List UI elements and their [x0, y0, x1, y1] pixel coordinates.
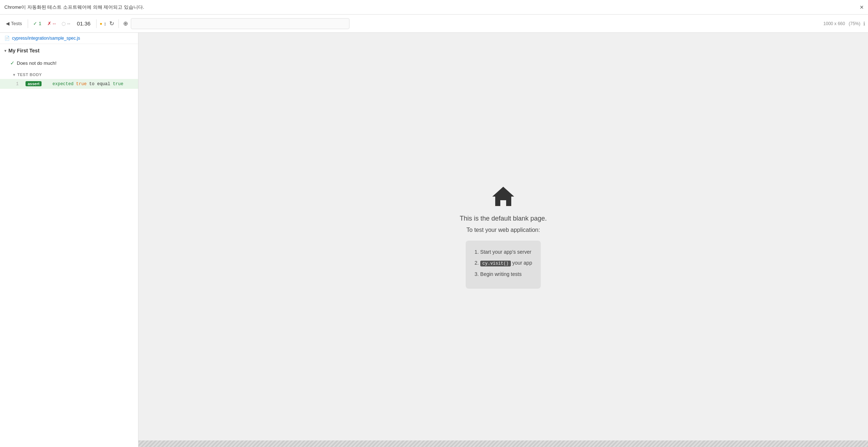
suite-name: My First Test [8, 48, 39, 54]
close-button[interactable]: × [860, 4, 864, 11]
back-label: Tests [11, 21, 22, 26]
timer-display: 01.36 [74, 19, 94, 28]
test-body-section: TEST BODY 1 assert expected true to equa… [0, 69, 138, 90]
test-body-header[interactable]: TEST BODY [0, 70, 138, 79]
cmd-true2: true [113, 82, 124, 87]
home-icon [490, 185, 516, 210]
automation-message: Chrome이 자동화된 테스트 소프트웨어에 의해 제어되고 있습니다. [4, 4, 144, 11]
command-row[interactable]: 1 assert expected true to equal true [0, 79, 138, 89]
orange-dot-icon: ● [99, 21, 102, 26]
test-suite: My First Test ✓ Does not do much! TEST B… [0, 44, 138, 90]
instruction-step-1: Start your app's server [480, 248, 532, 256]
toolbar-divider-2 [96, 19, 97, 28]
suite-chevron-icon [4, 49, 6, 53]
pass-count: 1 [39, 21, 41, 26]
svg-marker-0 [492, 187, 514, 206]
cmd-true1: true [76, 82, 87, 87]
arrow-icon: ↕ [104, 21, 106, 27]
file-icon: 📄 [4, 36, 10, 41]
cmd-expected: expected [44, 82, 76, 87]
toolbar: ◀ Tests ✓ 1 ✗ -- ◌ -- 01.36 ● ↕ ↻ ⊕ 1000… [0, 15, 868, 33]
viewport-size: 1000 x 660 (75%) [824, 21, 860, 26]
url-bar[interactable] [131, 18, 349, 29]
right-panel: This is the default blank page. To test … [138, 33, 868, 447]
left-panel: 📄 cypress/integration/sample_spec.js My … [0, 33, 138, 447]
reload-button[interactable]: ↻ [108, 19, 116, 28]
test-body-label: TEST BODY [17, 72, 42, 77]
pending-count-badge: ◌ -- [59, 19, 73, 28]
toolbar-divider-3 [118, 19, 119, 28]
x-icon: ✗ [47, 21, 51, 26]
back-chevron-icon: ◀ [6, 21, 9, 26]
bottom-stripe [138, 440, 868, 447]
blank-page-subtitle: To test your web application: [466, 227, 540, 233]
step2-post: your app [512, 260, 532, 266]
file-path-bar[interactable]: 📄 cypress/integration/sample_spec.js [0, 33, 138, 44]
fail-count: -- [53, 21, 56, 26]
fail-count-badge: ✗ -- [45, 19, 58, 28]
test-item[interactable]: ✓ Does not do much! [0, 57, 138, 69]
instruction-step-2: cy.visit() your app [480, 259, 532, 267]
cmd-to: to equal [87, 82, 113, 87]
blank-page-title: This is the default blank page. [460, 215, 547, 222]
blank-page: This is the default blank page. To test … [138, 33, 868, 440]
check-icon: ✓ [33, 21, 37, 26]
toolbar-divider [28, 19, 28, 28]
line-number: 1 [16, 82, 22, 87]
automation-bar: Chrome이 자동화된 테스트 소프트웨어에 의해 제어되고 있습니다. × [0, 0, 868, 15]
viewport-info-area: 1000 x 660 (75%) ℹ [824, 21, 865, 27]
test-name: Does not do much! [17, 60, 56, 66]
assert-badge: assert [26, 81, 42, 86]
file-path: cypress/integration/sample_spec.js [12, 36, 80, 41]
main-layout: 📄 cypress/integration/sample_spec.js My … [0, 33, 868, 447]
target-button[interactable]: ⊕ [122, 19, 129, 28]
test-check-icon: ✓ [10, 60, 15, 66]
back-to-tests-button[interactable]: ◀ Tests [3, 19, 25, 28]
cy-visit-badge: cy.visit() [480, 261, 511, 266]
instructions-box: Start your app's server cy.visit() your … [466, 241, 541, 289]
suite-header[interactable]: My First Test [0, 44, 138, 57]
pass-count-badge: ✓ 1 [31, 19, 43, 28]
instruction-step-3: Begin writing tests [480, 270, 532, 278]
test-body-chevron-icon [13, 73, 15, 77]
pending-icon: ◌ [62, 21, 66, 26]
pending-count: -- [67, 21, 70, 26]
info-icon[interactable]: ℹ [863, 21, 865, 27]
